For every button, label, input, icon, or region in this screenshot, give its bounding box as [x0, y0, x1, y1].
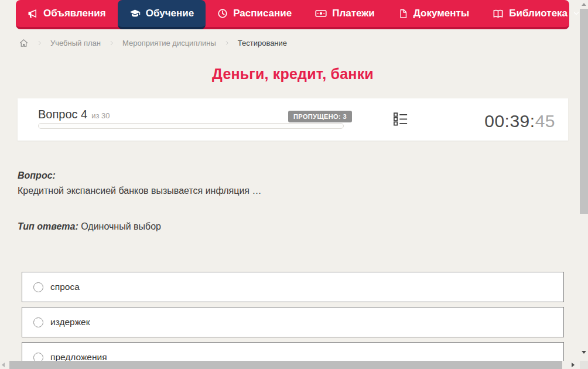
scrollbar-corner: [580, 361, 588, 369]
radio-button[interactable]: [33, 317, 43, 327]
chevron-right-icon: [108, 40, 115, 46]
scroll-left-arrow-icon[interactable]: [2, 363, 5, 367]
question-list-button[interactable]: [392, 111, 410, 128]
breadcrumb-testing: Тестирование: [238, 39, 287, 47]
nav-item-documents[interactable]: Документы: [387, 0, 481, 27]
scroll-right-arrow-icon[interactable]: [572, 363, 575, 367]
question-list-icon: [392, 119, 409, 129]
nav-item-library[interactable]: Библиотека: [481, 0, 588, 27]
nav-item-label: Библиотека: [509, 8, 568, 19]
page-title: Деньги, кредит, банки: [0, 66, 586, 83]
breadcrumb-discipline-event[interactable]: Мероприятие дисциплины: [122, 39, 216, 47]
question-number: Вопрос 4: [38, 108, 87, 121]
nav-item-label: Документы: [413, 8, 470, 19]
question-total: из 30: [91, 111, 110, 120]
skipped-badge: ПРОПУЩЕНО: 3: [288, 111, 352, 122]
chevron-right-icon: [224, 40, 230, 46]
answer-type-value: Одиночный выбор: [81, 221, 161, 231]
nav-item-learning[interactable]: Обучение: [118, 0, 206, 29]
vertical-scrollbar[interactable]: [580, 0, 588, 361]
question-status-panel: Вопрос 4 из 30 ПРОПУЩЕНО: 3 00:39:45: [18, 98, 568, 141]
nav-item-schedule[interactable]: Расписание: [206, 0, 303, 27]
home-icon[interactable]: [19, 38, 29, 48]
radio-button[interactable]: [33, 282, 43, 292]
nav-item-label: Объявления: [43, 8, 106, 19]
nav-item-label: Обучение: [146, 8, 194, 19]
graduation-cap-icon: [129, 8, 141, 19]
nav-item-label: Расписание: [233, 8, 292, 19]
answer-type-label: Тип ответа:: [18, 221, 78, 231]
vertical-scrollbar-thumb[interactable]: [580, 9, 588, 214]
timer-hours-minutes: 00:39:: [484, 111, 535, 131]
chevron-down-icon: [573, 10, 580, 17]
progress-bar: [38, 123, 344, 129]
breadcrumb-study-plan[interactable]: Учебный план: [50, 39, 101, 47]
nav-item-payments[interactable]: Платежи: [303, 0, 387, 27]
answer-option-1[interactable]: спроса: [22, 272, 564, 302]
scroll-up-arrow-icon[interactable]: [582, 3, 586, 6]
question-prompt-label: Вопрос:: [18, 170, 56, 181]
document-icon: [398, 9, 408, 19]
scroll-down-arrow-icon[interactable]: [582, 351, 586, 354]
nav-item-label: Платежи: [332, 8, 375, 19]
timer: 00:39:45: [484, 111, 555, 131]
banknote-icon: [315, 8, 327, 19]
chevron-right-icon: [36, 40, 43, 46]
main-nav: Объявления Обучение Расписание Платежи Д…: [16, 0, 569, 29]
book-icon: [493, 8, 504, 19]
answer-option-label: спроса: [50, 282, 80, 292]
timer-seconds: 45: [535, 111, 555, 131]
answer-option-2[interactable]: издержек: [22, 307, 564, 337]
answer-type: Тип ответа: Одиночный выбор: [18, 221, 161, 232]
clock-icon: [217, 8, 228, 19]
answer-options: спроса издержек предложения: [22, 272, 564, 369]
megaphone-icon: [28, 8, 38, 19]
horizontal-scrollbar-thumb[interactable]: [9, 361, 562, 369]
nav-item-announcements[interactable]: Объявления: [16, 0, 118, 27]
answer-option-label: издержек: [50, 317, 90, 327]
question-counter: Вопрос 4 из 30: [38, 108, 110, 121]
breadcrumb: Учебный план Мероприятие дисциплины Тест…: [19, 36, 287, 49]
horizontal-scrollbar[interactable]: [0, 361, 580, 369]
page: Объявления Обучение Расписание Платежи Д…: [0, 0, 588, 369]
question-text: Кредитной экспансией банков вызывается и…: [18, 186, 261, 196]
